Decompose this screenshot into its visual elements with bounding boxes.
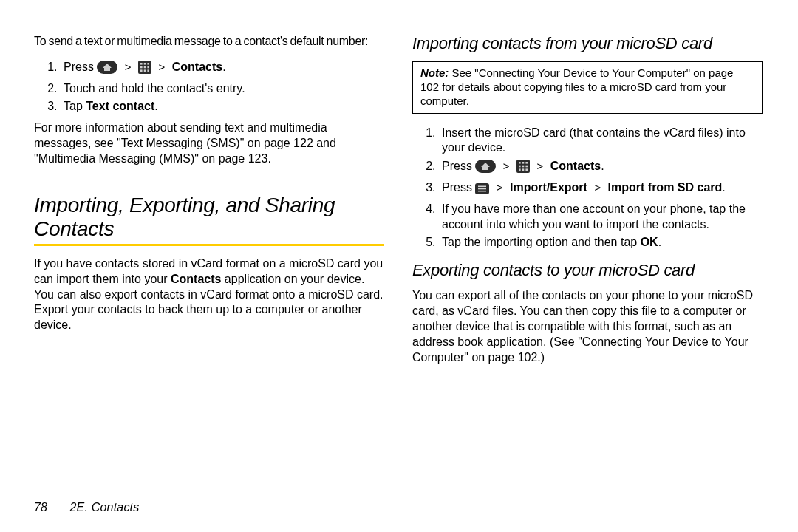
text: Press	[442, 160, 472, 172]
text: Tap the importing option and then tap	[442, 236, 641, 248]
label-import-from-sd: Import from SD card	[608, 181, 723, 194]
text: .	[658, 236, 661, 248]
paragraph-intro-send: To send a text or multimedia message to …	[34, 34, 384, 50]
left-column: To send a text or multimedia message to …	[34, 34, 384, 514]
label-import-export: Import/Export	[510, 181, 587, 194]
label-text-contact: Text contact	[86, 100, 154, 112]
label-contacts: Contacts	[171, 273, 221, 285]
paragraph-more-info: For more information about sending text …	[34, 120, 384, 166]
step-2: Press > > Contacts.	[439, 157, 763, 179]
text: .	[154, 100, 157, 112]
steps-import-microsd: Insert the microSD card (that contains t…	[412, 124, 763, 253]
label-contacts: Contacts	[550, 160, 601, 172]
heading-importing-microsd: Importing contacts from your microSD car…	[412, 34, 763, 52]
menu-icon	[475, 183, 489, 199]
page-number: 78	[34, 501, 47, 514]
heading-underline	[34, 244, 384, 246]
step-1: Press > > Contacts.	[61, 58, 384, 80]
label-contacts: Contacts	[172, 61, 222, 73]
heading-exporting-microsd: Exporting contacts to your microSD card	[412, 261, 763, 279]
step-3: Press > Import/Export > Import from SD c…	[439, 179, 763, 200]
step-1: Insert the microSD card (that contains t…	[439, 124, 763, 158]
right-column: Importing contacts from your microSD car…	[412, 34, 763, 514]
section-label: 2E. Contacts	[69, 501, 139, 514]
home-icon	[475, 160, 496, 177]
page-footer: 78 2E. Contacts	[34, 500, 139, 516]
manual-page: To send a text or multimedia message to …	[0, 0, 798, 532]
text: Press	[64, 61, 94, 73]
step-4: If you have more than one account on you…	[439, 200, 763, 234]
note-box: Note: See "Connecting Your Device to You…	[412, 61, 763, 113]
text: Tap	[64, 100, 86, 112]
chevron-right-icon: >	[503, 159, 510, 174]
steps-send-message: Press > > Contacts. Touch and hold the c…	[34, 58, 384, 116]
label-ok: OK	[641, 236, 658, 248]
paragraph-import-intro: If you have contacts stored in vCard for…	[34, 256, 384, 333]
heading-importing-exporting-sharing: Importing, Exporting, and Sharing Contac…	[34, 194, 384, 241]
step-2: Touch and hold the contact's entry.	[61, 80, 384, 98]
chevron-right-icon: >	[125, 60, 132, 75]
step-3: Tap Text contact.	[61, 98, 384, 116]
paragraph-export-intro: You can export all of the contacts on yo…	[412, 288, 763, 365]
chevron-right-icon: >	[158, 60, 165, 75]
grid-icon	[138, 61, 151, 78]
chevron-right-icon: >	[497, 180, 503, 195]
chevron-right-icon: >	[536, 159, 543, 174]
text: Press	[442, 181, 472, 194]
step-5: Tap the importing option and then tap OK…	[439, 233, 763, 252]
grid-icon	[516, 160, 530, 177]
note-text: See "Connecting Your Device to Your Comp…	[420, 66, 733, 107]
note-label: Note:	[420, 66, 449, 79]
chevron-right-icon: >	[594, 180, 601, 195]
home-icon	[97, 61, 117, 78]
